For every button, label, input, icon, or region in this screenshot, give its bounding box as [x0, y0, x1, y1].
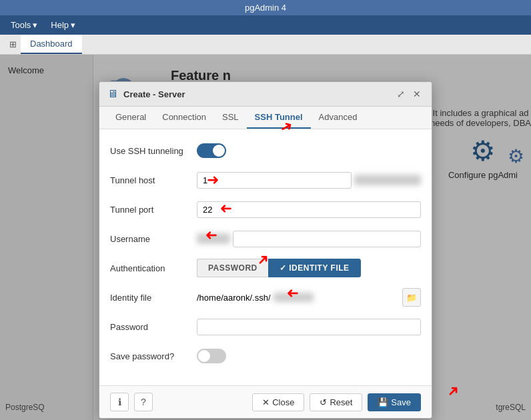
- password-label: Password: [110, 322, 197, 332]
- modal-header-left: 🖥 Create - Server: [107, 88, 185, 100]
- terminal-icon: ⊞: [9, 39, 17, 49]
- file-input-row: /home/aaronk/.ssh/ 📁: [197, 288, 421, 307]
- create-server-modal: 🖥 Create - Server ⤢ ✕ General Connection…: [99, 81, 432, 419]
- server-icon: 🖥: [107, 88, 118, 100]
- folder-icon: 📁: [406, 293, 417, 303]
- modal-body: Use SSH tunneling Tunnel host: [99, 129, 432, 385]
- main-content: Welcome: [0, 55, 531, 420]
- auth-buttons: PASSWORD ✓ IDENTITY FILE: [197, 259, 421, 277]
- tunnel-port-label: Tunnel port: [110, 205, 197, 215]
- help-label: Help: [51, 20, 69, 30]
- tunnel-port-input[interactable]: 22: [197, 201, 421, 218]
- tab-ssl[interactable]: SSL: [214, 107, 247, 129]
- use-ssh-toggle[interactable]: [197, 143, 226, 158]
- identity-file-label: Identity file: [110, 293, 197, 303]
- close-button[interactable]: ✕: [410, 87, 424, 101]
- close-dialog-button[interactable]: ✕ Close: [252, 393, 304, 411]
- save-password-label: Save password?: [110, 351, 197, 361]
- help-button[interactable]: ?: [134, 393, 153, 411]
- arrow-save: ➜: [442, 381, 463, 401]
- browse-file-button[interactable]: 📁: [402, 288, 421, 307]
- tools-menu[interactable]: Tools ▾: [5, 18, 43, 32]
- password-control: [197, 319, 421, 335]
- password-auth-button[interactable]: PASSWORD: [197, 259, 268, 277]
- tab-advanced[interactable]: Advanced: [311, 107, 366, 129]
- app-title: pgAdmin 4: [245, 3, 286, 13]
- username-blurred: [197, 233, 230, 244]
- modal-overlay: 🖥 Create - Server ⤢ ✕ General Connection…: [0, 55, 531, 420]
- use-ssh-label: Use SSH tunneling: [110, 146, 197, 156]
- username-input[interactable]: [233, 231, 421, 247]
- tab-general[interactable]: General: [107, 107, 154, 129]
- tools-chevron: ▾: [33, 20, 37, 30]
- help-chevron: ▾: [71, 20, 75, 30]
- modal-footer: ℹ ? ✕ Close ↺ Reset 💾: [99, 385, 432, 418]
- save-password-row: Save password?: [110, 345, 421, 367]
- footer-left: ℹ ?: [110, 393, 153, 411]
- identity-file-row: Identity file /home/aaronk/.ssh/ 📁: [110, 287, 421, 308]
- authentication-control: PASSWORD ✓ IDENTITY FILE: [197, 259, 421, 277]
- menu-bar: Tools ▾ Help ▾: [0, 15, 531, 35]
- info-icon: ℹ: [118, 397, 121, 407]
- save-password-control: [197, 349, 421, 363]
- tab-connection[interactable]: Connection: [154, 107, 214, 129]
- main-tabs-bar: ⊞ Dashboard: [0, 35, 531, 55]
- save-button[interactable]: 💾 Save: [368, 393, 421, 411]
- save-password-toggle[interactable]: [197, 349, 226, 363]
- authentication-row: Authentication PASSWORD ✓ IDENTITY FILE: [110, 257, 421, 279]
- reset-icon: ↺: [320, 397, 327, 407]
- modal-header: 🖥 Create - Server ⤢ ✕: [99, 82, 432, 107]
- tunnel-host-row: Tunnel host: [110, 169, 421, 191]
- maximize-button[interactable]: ⤢: [394, 87, 408, 101]
- modal-tabs: General Connection SSL SSH Tunnel Advanc…: [99, 107, 432, 129]
- tunnel-port-control: 22: [197, 201, 421, 218]
- use-ssh-row: Use SSH tunneling: [110, 140, 421, 161]
- username-control: [197, 231, 421, 247]
- username-row: Username: [110, 228, 421, 249]
- identity-path-text: /home/aaronk/.ssh/: [197, 293, 271, 303]
- title-bar: pgAdmin 4: [0, 0, 531, 15]
- help-icon: ?: [141, 397, 146, 407]
- save-icon: 💾: [378, 397, 388, 407]
- authentication-label: Authentication: [110, 263, 197, 273]
- modal-header-controls: ⤢ ✕: [394, 87, 424, 101]
- tab-ssh-tunnel[interactable]: SSH Tunnel: [247, 107, 311, 129]
- tunnel-host-control: [197, 172, 421, 189]
- tunnel-host-label: Tunnel host: [110, 175, 197, 185]
- tools-label: Tools: [11, 20, 31, 30]
- help-menu[interactable]: Help ▾: [45, 18, 81, 32]
- tunnel-host-input[interactable]: [197, 172, 352, 189]
- password-row: Password: [110, 316, 421, 337]
- tunnel-host-blurred: [354, 175, 421, 185]
- identity-file-control: /home/aaronk/.ssh/ 📁: [197, 288, 421, 307]
- footer-right: ✕ Close ↺ Reset 💾 Save: [252, 393, 421, 411]
- tunnel-port-row: Tunnel port 22: [110, 199, 421, 220]
- identity-file-auth-button[interactable]: ✓ IDENTITY FILE: [268, 259, 361, 277]
- dashboard-tab[interactable]: Dashboard: [21, 35, 82, 54]
- reset-button[interactable]: ↺ Reset: [310, 393, 362, 411]
- modal-title: Create - Server: [123, 89, 185, 99]
- close-x-icon: ✕: [262, 397, 270, 407]
- username-label: Username: [110, 234, 197, 244]
- identity-file-blurred: [274, 293, 314, 302]
- use-ssh-control: [197, 143, 421, 158]
- info-button[interactable]: ℹ: [110, 393, 129, 411]
- password-input[interactable]: [197, 319, 421, 335]
